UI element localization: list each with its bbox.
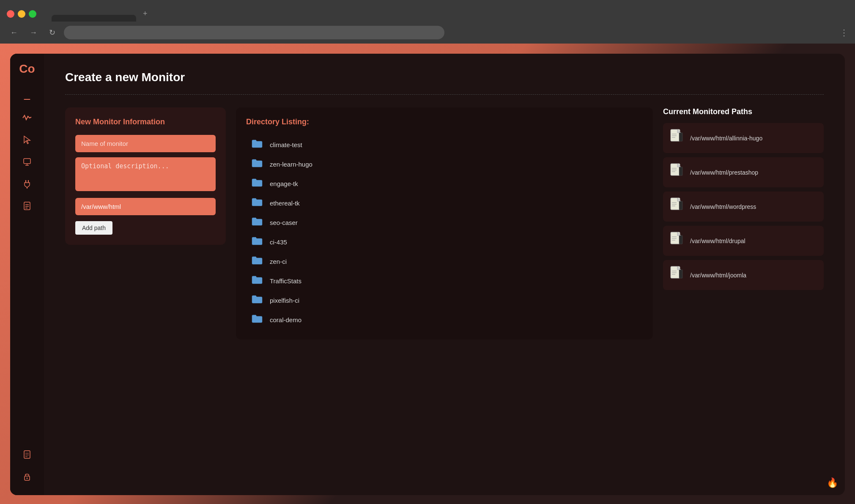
svg-rect-6 (24, 202, 30, 210)
app-logo[interactable]: Co (19, 62, 35, 76)
dir-item-name: climate-test (270, 141, 302, 148)
monitored-path-text: /var/www/html/allinnia-hugo (690, 135, 762, 142)
close-button[interactable] (7, 10, 14, 18)
dir-item-name: ethereal-tk (270, 200, 300, 207)
folder-icon (251, 294, 263, 307)
directory-card: Directory Listing: climate-test zen-lear… (236, 107, 653, 340)
sidebar-bottom (18, 446, 36, 487)
dir-item-name: TrafficStats (270, 277, 301, 285)
directory-item[interactable]: zen-ci (246, 252, 643, 271)
folder-icon (251, 255, 263, 268)
monitored-paths-card: Current Monitored Paths /var/www/html/al… (663, 107, 824, 294)
svg-rect-22 (679, 167, 682, 175)
browser-chrome: + ← → ↻ ⋮ (0, 0, 855, 44)
folder-icon (251, 138, 263, 151)
tab-bar: + (52, 6, 153, 22)
monitored-path-item[interactable]: /var/www/html/allinnia-hugo (663, 123, 824, 153)
monitored-path-item[interactable]: /var/www/html/joomla (663, 260, 824, 290)
folder-icon (251, 197, 263, 209)
monitored-path-text: /var/www/html/wordpress (690, 203, 756, 210)
dir-item-name: seo-caser (270, 219, 298, 226)
minimize-button[interactable] (18, 10, 25, 18)
directory-item[interactable]: engage-tk (246, 174, 643, 193)
monitor-name-input[interactable] (75, 135, 216, 152)
monitored-file-icon (670, 163, 683, 181)
app-window: Co ⚊ (10, 54, 845, 495)
content-grid: New Monitor Information Add path Directo… (65, 107, 824, 340)
monitored-file-icon (670, 266, 683, 284)
traffic-lights (7, 10, 36, 18)
directory-item[interactable]: ci-435 (246, 232, 643, 252)
browser-menu-button[interactable]: ⋮ (840, 27, 848, 38)
folder-icon (251, 236, 263, 248)
page-title: Create a new Monitor (65, 71, 824, 84)
monitored-path-item[interactable]: /var/www/html/drupal (663, 226, 824, 256)
dir-item-name: zen-learn-hugo (270, 161, 312, 168)
monitor-icon (23, 158, 31, 168)
directory-item[interactable]: seo-caser (246, 213, 643, 232)
svg-point-15 (27, 477, 28, 479)
monitored-paths-list: /var/www/html/allinnia-hugo /var/www/htm… (663, 123, 824, 290)
sidebar-item-plug[interactable] (18, 175, 36, 194)
folder-icon (251, 177, 263, 190)
folder-icon (251, 158, 263, 170)
monitored-file-icon (670, 232, 683, 250)
svg-rect-0 (24, 159, 30, 164)
folder-icon (251, 313, 263, 326)
dir-item-name: pixelfish-ci (270, 297, 299, 304)
sidebar-item-activity[interactable] (18, 110, 36, 128)
monitor-description-input[interactable] (75, 157, 216, 191)
dir-item-name: coral-demo (270, 316, 301, 323)
sidebar-item-lock[interactable] (18, 468, 36, 487)
svg-rect-10 (24, 451, 30, 458)
active-tab[interactable] (52, 15, 136, 22)
document-icon (23, 450, 31, 461)
directory-item[interactable]: ethereal-tk (246, 193, 643, 213)
browser-toolbar: ← → ↻ ⋮ (0, 22, 855, 44)
directory-item[interactable]: coral-demo (246, 310, 643, 329)
add-path-button[interactable]: Add path (75, 221, 112, 235)
dir-item-name: zen-ci (270, 258, 287, 265)
main-content: Create a new Monitor New Monitor Informa… (44, 54, 845, 495)
address-bar[interactable] (64, 26, 444, 39)
new-tab-button[interactable]: + (138, 6, 153, 22)
sidebar-item-document[interactable] (18, 446, 36, 465)
new-monitor-card-title: New Monitor Information (75, 118, 216, 126)
sidebar-item-file[interactable] (18, 197, 36, 216)
forward-button[interactable]: → (26, 27, 41, 39)
monitored-path-text: /var/www/html/joomla (690, 272, 746, 279)
svg-rect-37 (679, 270, 682, 278)
directory-item[interactable]: zen-learn-hugo (246, 154, 643, 174)
reload-button[interactable]: ↻ (46, 26, 59, 39)
directory-item[interactable]: climate-test (246, 135, 643, 154)
folder-icon (251, 216, 263, 229)
flame-icon: 🔥 (827, 477, 838, 488)
plug-icon (23, 179, 31, 191)
dir-item-name: engage-tk (270, 180, 298, 187)
maximize-button[interactable] (29, 10, 36, 18)
grid-icon: ⚊ (23, 92, 31, 102)
directory-item[interactable]: TrafficStats (246, 271, 643, 290)
dir-item-name: ci-435 (270, 238, 287, 246)
lock-icon (23, 472, 31, 483)
monitored-path-item[interactable]: /var/www/html/prestashop (663, 157, 824, 187)
browser-titlebar: + (0, 0, 855, 22)
activity-icon (22, 113, 32, 125)
monitored-file-icon (670, 129, 683, 147)
monitored-path-text: /var/www/html/drupal (690, 238, 745, 244)
monitored-path-text: /var/www/html/prestashop (690, 169, 758, 176)
back-button[interactable]: ← (7, 27, 21, 39)
sidebar-item-grid[interactable]: ⚊ (18, 88, 36, 106)
sidebar-item-cursor[interactable] (18, 131, 36, 150)
file-icon (23, 202, 31, 212)
svg-rect-32 (679, 236, 682, 244)
monitor-path-input[interactable] (75, 198, 216, 215)
monitored-path-item[interactable]: /var/www/html/wordpress (663, 192, 824, 222)
cursor-icon (23, 135, 31, 147)
svg-rect-27 (679, 201, 682, 210)
title-divider (65, 94, 824, 95)
sidebar-item-search[interactable] (18, 153, 36, 172)
directory-item[interactable]: pixelfish-ci (246, 290, 643, 310)
directory-title: Directory Listing: (246, 118, 643, 126)
svg-rect-17 (679, 133, 682, 141)
